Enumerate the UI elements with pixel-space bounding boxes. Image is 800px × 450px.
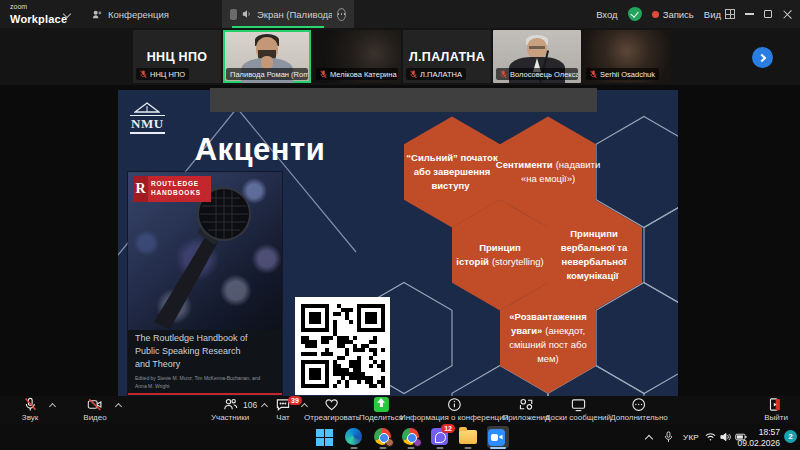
muted-mic-icon (410, 70, 417, 79)
participant-name-label: Мелікова Катерина Я... (316, 68, 398, 80)
chevron-right-icon (757, 53, 765, 61)
info-icon (446, 397, 461, 412)
participant-name-label: Л.ПАЛАТНА (406, 68, 466, 80)
folder-icon (459, 430, 477, 444)
view-label: Вид (704, 9, 721, 20)
tray-expand[interactable] (646, 424, 653, 450)
tab-more-icon[interactable] (337, 8, 346, 21)
view-button[interactable]: Вид (704, 9, 735, 20)
meeting-info-button[interactable]: Информация о конференции (400, 397, 508, 422)
chevron-down-icon[interactable] (64, 10, 71, 17)
meeting-toolbar: Звук Видео Участники 106 Чат 39 (0, 396, 800, 424)
video-strip: ННЦ НПО ННЦ НПО Паливода Роман (Roman...… (0, 28, 800, 85)
tray-wifi[interactable] (705, 424, 716, 450)
tab-screen-share[interactable]: Экран (Паливода Роман (R (222, 0, 354, 28)
taskbar-viber[interactable]: 12 (431, 428, 449, 446)
notification-badge[interactable]: 2 (784, 430, 797, 443)
chrome-icon (374, 428, 391, 445)
running-indicator (380, 447, 387, 449)
running-indicator (465, 447, 472, 449)
tab-conference[interactable]: Конференция (84, 0, 177, 28)
taskbar-chrome-1[interactable] (374, 428, 392, 446)
record-indicator[interactable]: Запись (652, 9, 694, 20)
taskbar-zoom-active[interactable] (488, 429, 506, 447)
book-title: The Routledge Handbook of Public Speakin… (135, 332, 277, 371)
more-ellipsis-icon (631, 397, 646, 412)
participant-tile-volosovets[interactable]: Волосовець Олександр (493, 30, 581, 83)
tab-screen-label: Экран (Паливода Роман (R (257, 9, 332, 20)
start-button[interactable] (316, 428, 334, 446)
leave-button[interactable]: Выйти (764, 397, 788, 422)
security-shield-icon[interactable] (628, 7, 642, 21)
video-options-chevron[interactable] (116, 402, 122, 408)
profile-badge (413, 438, 422, 447)
minimize-button[interactable] (745, 13, 754, 15)
edge-icon (345, 428, 362, 445)
clock-time: 18:57 (737, 427, 780, 438)
participant-tile-nnc-npo[interactable]: ННЦ НПО ННЦ НПО (133, 30, 221, 83)
microphone-muted-icon (23, 397, 38, 412)
muted-mic-icon (320, 70, 327, 79)
routledge-badge: R ROUTLEDGE HANDBOOKS (133, 176, 211, 202)
participant-name-label: ННЦ НПО (136, 68, 189, 80)
routledge-badge-text: ROUTLEDGE HANDBOOKS (148, 176, 211, 202)
record-dot-icon (652, 11, 659, 18)
shared-screen-area: NMU Акценти (0, 85, 800, 396)
running-indicator (351, 447, 358, 449)
tray-volume[interactable] (720, 424, 731, 450)
speaker-icon (242, 9, 252, 20)
react-button[interactable]: Отреагировать (304, 397, 360, 422)
close-button[interactable] (782, 9, 792, 19)
hexagon-attention-relief: «Розвантаження уваги»(анекдот, смішний п… (502, 288, 594, 388)
participant-name-label: Волосовець Олександр (496, 68, 578, 80)
active-running-indicator (490, 447, 506, 449)
taskbar-edge[interactable] (345, 428, 363, 446)
apps-icon (519, 397, 534, 412)
running-indicator (408, 447, 415, 449)
meeting-icon (92, 9, 103, 20)
nmu-logo: NMU (130, 102, 164, 144)
participants-icon (223, 397, 238, 412)
camera-muted-icon (88, 397, 103, 412)
participant-tile-lpalatna[interactable]: Л.ПАЛАТНА Л.ПАЛАТНА (403, 30, 491, 83)
whiteboards-button[interactable]: Доски сообщений (545, 397, 611, 422)
muted-mic-icon (140, 70, 147, 79)
audio-options-chevron[interactable] (50, 402, 56, 408)
whiteboard-icon (570, 397, 585, 412)
more-button[interactable]: Дополнительно (610, 397, 668, 422)
heart-icon (324, 397, 339, 412)
taskbar-explorer[interactable] (459, 428, 477, 446)
routledge-r-logo: R (133, 176, 148, 202)
taskbar-clock[interactable]: 18:57 09.02.2026 (737, 427, 780, 448)
app-logo-workplace: Workplace (10, 13, 67, 25)
grid-view-icon (725, 9, 735, 19)
app-logo: zoom Workplace (10, 3, 67, 26)
video-button[interactable]: Видео (83, 397, 106, 422)
language-indicator[interactable]: УКР (683, 424, 699, 450)
apps-button[interactable]: Приложения (503, 397, 550, 422)
participant-tile-melikova[interactable]: Мелікова Катерина Я... (313, 30, 401, 83)
tab-conference-label: Конференция (108, 9, 169, 20)
share-screen-icon (374, 397, 389, 412)
maximize-button[interactable] (764, 10, 772, 18)
nmu-pediment-icon (134, 102, 160, 114)
participants-options-chevron[interactable] (262, 402, 268, 408)
tray-microphone[interactable] (664, 424, 673, 450)
share-screen-button[interactable]: Поделиться (359, 397, 403, 422)
muted-mic-icon (590, 70, 597, 79)
next-participants-button[interactable] (752, 47, 773, 68)
participant-tile-palyvoda-active-speaker[interactable]: Паливода Роман (Roman... (223, 30, 311, 83)
qr-code (295, 297, 390, 395)
chat-unread-badge: 39 (288, 396, 302, 405)
windows-logo-icon (316, 428, 334, 446)
signin-button[interactable]: Вход (596, 9, 618, 20)
audio-button[interactable]: Звук (22, 397, 38, 422)
participant-tile-osadchuk[interactable]: Serhii Osadchuk (583, 30, 671, 83)
leave-door-icon (769, 397, 784, 412)
qr-code-pattern (301, 304, 385, 388)
speaker-icon (720, 432, 731, 442)
taskbar-chrome-2[interactable] (402, 428, 420, 446)
record-label: Запись (663, 9, 694, 20)
zoom-icon (488, 429, 505, 446)
zoom-app-window: zoom Workplace Конференция Экран (Паливо… (0, 0, 800, 450)
